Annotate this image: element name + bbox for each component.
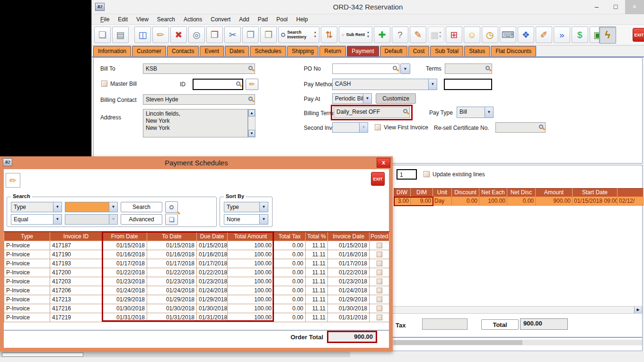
menu-item-edit[interactable]: Edit (114, 15, 132, 24)
cell-total-amount[interactable]: 100.00 (228, 286, 274, 295)
id-field[interactable] (193, 79, 243, 90)
po-no-field[interactable] (332, 63, 399, 74)
chevron-down-icon[interactable]: ▼ (53, 215, 62, 224)
cell-total-amount[interactable]: 100.00 (228, 277, 274, 286)
scroll-up-icon[interactable]: ▲ (248, 109, 255, 117)
cell-posted[interactable] (370, 295, 389, 304)
cell-posted[interactable] (370, 259, 389, 268)
dialog-exit-button[interactable]: EXIT (371, 172, 385, 186)
cell-from-date[interactable]: 01/23/2018 (102, 277, 147, 286)
sort-order-select[interactable]: None ▼ (224, 214, 268, 225)
column-header-due-date[interactable]: Due Date (197, 232, 228, 241)
advanced-button[interactable]: Advanced (121, 214, 162, 225)
cell-to-date[interactable]: 01/23/2018 (147, 277, 197, 286)
search-inventory-button[interactable]: Search Inventory▼ ▼ (278, 27, 319, 43)
cell-total[interactable]: 11.11 (306, 268, 328, 277)
find-binoculars-button[interactable]: ◎ (188, 27, 205, 43)
search-magnifier-icon[interactable] (248, 97, 253, 101)
sub-rent-button[interactable]: ⌂Sub Rent▼ ▼ (339, 27, 372, 43)
address-scrollbar[interactable]: ▲ ▼ (248, 109, 256, 137)
tab-contacts[interactable]: Contacts (167, 46, 199, 56)
search-button[interactable]: Search (121, 202, 162, 212)
customize-button[interactable]: Customize (376, 93, 416, 104)
menu-item-search[interactable]: Search (153, 15, 179, 24)
search-magnifier-icon[interactable] (403, 109, 407, 113)
convert-arrows-button[interactable]: ⇅ (321, 27, 337, 43)
grid-header-amount[interactable]: Amount (536, 188, 573, 197)
schedule-row[interactable]: P-Invoice41721301/29/201801/29/201801/29… (4, 295, 389, 304)
cell-total[interactable]: 11.11 (306, 286, 328, 295)
cell-invoice-date[interactable]: 01/30/2018 (328, 304, 370, 313)
menu-item-view[interactable]: View (132, 15, 153, 24)
tab-default[interactable]: Default (380, 46, 407, 56)
tab-flat-discounts[interactable]: Flat Discounts (491, 46, 536, 56)
tab-status[interactable]: Status (464, 46, 490, 56)
schedule-row[interactable]: P-Invoice41720301/23/201801/23/201801/23… (4, 277, 389, 286)
cell-total[interactable]: 11.11 (306, 259, 328, 268)
grid-header-unit[interactable]: Unit (433, 188, 452, 197)
smiley-button[interactable]: ☺ (464, 27, 480, 43)
sort-field-select[interactable]: Type ▼ (224, 202, 268, 212)
grid-header-net-each[interactable]: Net Each (479, 188, 507, 197)
grid-cell-partial[interactable]: 02/12/ (618, 197, 644, 206)
search-magnifier-button[interactable] (165, 201, 178, 213)
cell-due-date[interactable]: 01/31/2018 (197, 313, 228, 322)
posted-checkbox[interactable] (377, 279, 382, 284)
grid-cell-net-each[interactable]: 100.00 (479, 197, 507, 206)
cell-invoice-id[interactable]: 417187 (50, 241, 102, 250)
schedule-row[interactable]: P-Invoice41718701/15/201801/15/201801/15… (4, 241, 389, 250)
cell-to-date[interactable]: 01/17/2018 (147, 259, 197, 268)
schedule-row[interactable]: P-Invoice41720601/24/201801/24/201801/24… (4, 286, 389, 295)
tab-payment[interactable]: Payment (347, 46, 379, 56)
tab-customer[interactable]: Customer (132, 46, 166, 56)
tab-cost[interactable]: Cost (408, 46, 430, 56)
cell-invoice-id[interactable]: 417213 (50, 295, 102, 304)
cell-invoice-date[interactable]: 01/16/2018 (328, 250, 370, 259)
grid-cell-net-disc[interactable]: 0.00 (507, 197, 536, 206)
keyboard-key-button[interactable]: ⌨ (500, 27, 516, 43)
menu-item-file[interactable]: File (96, 15, 114, 24)
po-no-dropdown-button[interactable]: ▼ (400, 63, 410, 74)
column-header-posted[interactable]: Posted (370, 232, 389, 241)
search-magnifier-icon[interactable] (236, 81, 240, 86)
cell-total-tax[interactable]: 0.00 (274, 259, 306, 268)
cell-invoice-id[interactable]: 417206 (50, 286, 102, 295)
cell-posted[interactable] (370, 250, 389, 259)
grid-header-diw[interactable]: DIW (394, 188, 411, 197)
tab-shipping[interactable]: Shipping (287, 46, 319, 56)
cell-invoice-date[interactable]: 01/23/2018 (328, 277, 370, 286)
search-magnifier-icon[interactable] (248, 66, 253, 70)
close-icon[interactable]: × (625, 0, 644, 14)
spheres-question-button[interactable]: ? (392, 27, 408, 43)
cell-total[interactable]: 11.11 (306, 277, 328, 286)
column-header-invoice-id[interactable]: Invoice ID (50, 232, 102, 241)
search-operator-select[interactable]: Equal ▼ (11, 214, 62, 225)
print-button[interactable]: ▤ (112, 27, 129, 43)
cell-total-amount[interactable]: 100.00 (228, 250, 274, 259)
minimize-icon[interactable]: – (587, 0, 606, 14)
tab-dates[interactable]: Dates (225, 46, 249, 56)
search-magnifier-icon[interactable] (485, 66, 490, 70)
cell-total-tax[interactable]: 0.00 (274, 277, 306, 286)
cell-invoice-date[interactable]: 01/17/2018 (328, 259, 370, 268)
cell-total[interactable]: 11.11 (306, 313, 328, 322)
inventory-cubes-button[interactable]: ❖ (518, 27, 534, 43)
menu-item-pool[interactable]: Pool (272, 15, 292, 24)
search-value-input[interactable]: ▼ (65, 202, 118, 212)
notes-edit-button[interactable]: ✎ (410, 27, 426, 43)
cell-invoice-date[interactable]: 01/31/2018 (328, 313, 370, 322)
master-bill-checkbox[interactable] (101, 81, 107, 87)
billing-terms-field[interactable]: Daily_Reset OFF (334, 107, 410, 118)
tax-field[interactable] (422, 318, 468, 330)
cell-total-tax[interactable]: 0.00 (274, 313, 306, 322)
cell-due-date[interactable]: 01/24/2018 (197, 286, 228, 295)
scroll-down-icon[interactable]: ▼ (248, 130, 255, 137)
cell-invoice-id[interactable]: 417200 (50, 268, 102, 277)
edit-schedule-button[interactable]: ✏ (6, 173, 20, 188)
cell-type[interactable]: P-Invoice (4, 259, 50, 268)
cell-invoice-id[interactable]: 417219 (50, 313, 102, 322)
delete-button[interactable]: ✖ (170, 27, 187, 43)
cell-from-date[interactable]: 01/16/2018 (102, 250, 147, 259)
cell-to-date[interactable]: 01/22/2018 (147, 268, 197, 277)
chevron-down-icon[interactable]: ▼ (109, 202, 117, 212)
